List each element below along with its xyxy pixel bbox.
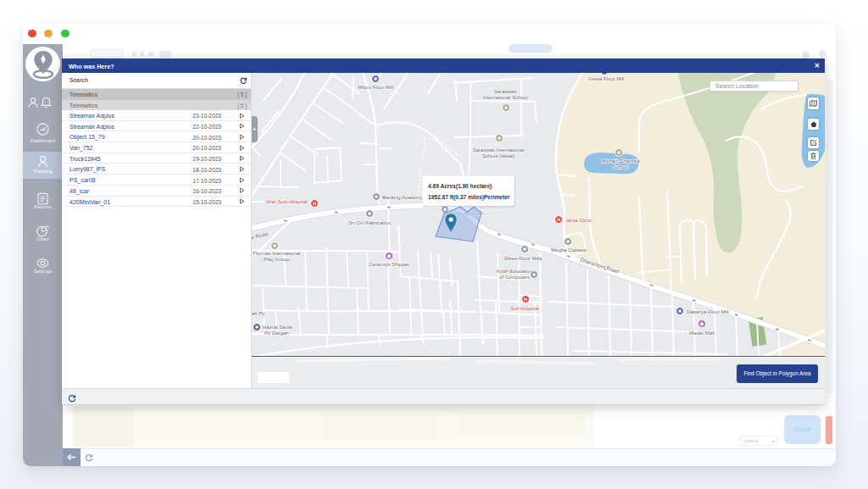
svg-text:Hazrat Sante: Hazrat Sante (263, 325, 293, 330)
svg-text:Ceramics Shipper: Ceramics Shipper (369, 262, 409, 267)
svg-text:Shree Flour Mills: Shree Flour Mills (504, 256, 542, 261)
svg-text:Thomas International: Thomas International (253, 251, 300, 256)
svg-text:ah Pir: ah Pir (252, 311, 265, 316)
svg-text:Sufi Hospital: Sufi Hospital (510, 306, 539, 311)
svg-text:4.69 Acres(1.90 hectare): 4.69 Acres(1.90 hectare) (428, 183, 492, 190)
svg-text:of Computers: of Computers (499, 275, 530, 280)
svg-text:Saraswati International: Saraswati International (472, 147, 524, 153)
svg-text:Viral Jyoti Hospital: Viral Jyoti Hospital (265, 199, 307, 204)
svg-text:International School: International School (482, 95, 527, 100)
svg-text:Janta Clinic: Janta Clinic (565, 218, 592, 223)
svg-text:1952.87 ft(0.37 miles)Perimete: 1952.87 ft(0.37 miles)Perimeter (428, 194, 510, 201)
svg-text:Dakariya Flour Mill: Dakariya Flour Mill (687, 309, 729, 314)
svg-text:Pir Dargah: Pir Dargah (264, 331, 289, 336)
svg-text:School: School (613, 164, 628, 169)
svg-text:Megha Classes: Megha Classes (551, 247, 586, 253)
svg-text:H: H (313, 201, 316, 206)
svg-text:Sri Om Fabrication: Sri Om Fabrication (348, 220, 391, 225)
svg-text:H: H (524, 297, 527, 302)
svg-text:Medar Mall: Medar Mall (689, 331, 715, 336)
svg-text:Saraswati: Saraswati (494, 89, 516, 94)
svg-text:Krish Education: Krish Education (497, 269, 532, 274)
svg-text:Miloni Flour Mill: Miloni Flour Mill (358, 85, 393, 90)
svg-text:Banking Academy: Banking Academy (382, 195, 423, 200)
svg-text:H: H (557, 217, 560, 222)
svg-text:School Valsad: School Valsad (482, 153, 515, 158)
svg-text:Geeta Flour Mill: Geeta Flour Mill (588, 76, 624, 81)
svg-text:Play Group: Play Group (264, 257, 290, 262)
svg-text:Michain Chandra: Michain Chandra (601, 158, 640, 164)
